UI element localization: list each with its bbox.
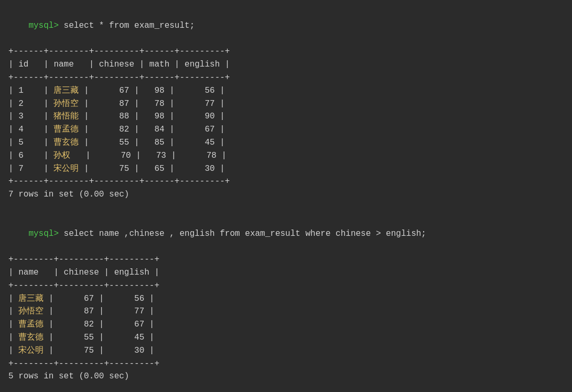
table2-row-4: | 曹玄德 | 55 | 45 |	[8, 331, 564, 344]
table1-row-4: | 4 | 曹孟德 | 82 | 84 | 67 |	[8, 123, 564, 136]
table1-border-mid: +------+--------+---------+------+------…	[8, 71, 564, 84]
table1-row-6: | 6 | 孙权 | 70 | 73 | 78 |	[8, 149, 564, 162]
terminal-window: mysql> select * from exam_result; +-----…	[8, 6, 564, 392]
query2-text: select name ,chinese , english from exam…	[59, 229, 426, 238]
result2: 5 rows in set (0.00 sec)	[8, 370, 564, 383]
query1-line: mysql> select * from exam_result;	[8, 6, 564, 45]
prompt2: mysql>	[28, 229, 59, 238]
query1-text: select * from exam_result;	[59, 21, 195, 30]
query2-line: mysql> select name ,chinese , english fr…	[8, 214, 564, 253]
table1-row-3: | 3 | 猪悟能 | 88 | 98 | 90 |	[8, 110, 564, 123]
table2-border-bot: +--------+---------+---------+	[8, 357, 564, 371]
blank-line1	[8, 201, 564, 214]
result1: 7 rows in set (0.00 sec)	[8, 188, 564, 201]
table2-row-5: | 宋公明 | 75 | 30 |	[8, 344, 564, 357]
table2-row-2: | 孙悟空 | 87 | 77 |	[8, 305, 564, 318]
prompt1: mysql>	[28, 21, 59, 30]
table1-row-5: | 5 | 曹玄德 | 55 | 85 | 45 |	[8, 136, 564, 149]
table1-border-top: +------+--------+---------+------+------…	[8, 45, 564, 58]
table2-border-mid: +--------+---------+---------+	[8, 279, 564, 292]
table2-row-1: | 唐三藏 | 67 | 56 |	[8, 292, 564, 306]
table2-header: | name | chinese | english |	[8, 266, 564, 279]
table2-row-3: | 曹孟德 | 82 | 67 |	[8, 318, 564, 331]
table1-border-bot: +------+--------+---------+------+------…	[8, 175, 564, 188]
table1-row-1: | 1 | 唐三藏 | 67 | 98 | 56 |	[8, 84, 564, 97]
table1-row-2: | 2 | 孙悟空 | 87 | 78 | 77 |	[8, 97, 564, 111]
table1-header: | id | name | chinese | math | english |	[8, 58, 564, 71]
blank-line2	[8, 383, 564, 392]
table1-row-7: | 7 | 宋公明 | 75 | 65 | 30 |	[8, 162, 564, 176]
table2-border-top: +--------+---------+---------+	[8, 253, 564, 266]
